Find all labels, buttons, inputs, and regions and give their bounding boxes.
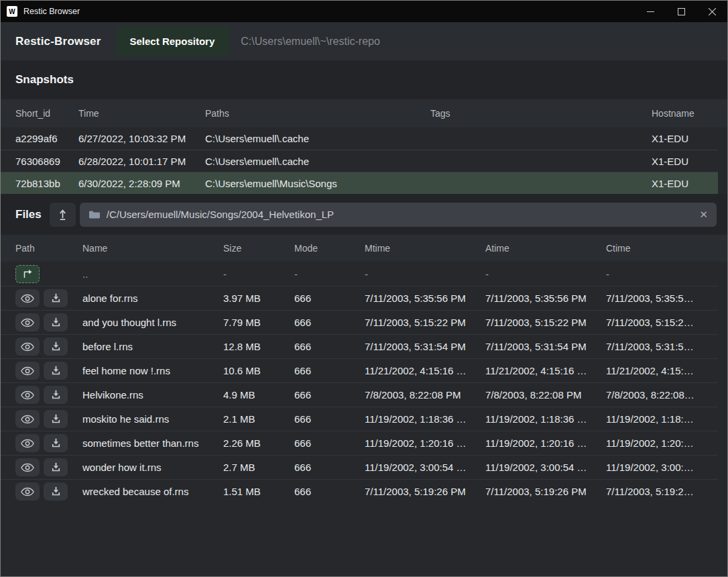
go-parent-directory-button[interactable] — [15, 265, 40, 283]
up-arrow-from-bar-icon — [58, 209, 67, 220]
maximize-icon — [678, 8, 685, 15]
file-name: sometimes better than.rns — [82, 437, 223, 449]
maximize-button[interactable] — [666, 1, 696, 22]
eye-icon — [21, 342, 34, 352]
preview-file-button[interactable] — [15, 313, 40, 331]
preview-file-button[interactable] — [15, 482, 40, 501]
file-mtime: 7/11/2003, 5:19:26 PM — [365, 486, 485, 497]
download-file-button[interactable] — [44, 410, 68, 428]
snapshot-paths: C:\Users\emuell\Music\Songs — [205, 178, 430, 189]
download-file-button[interactable] — [44, 337, 68, 356]
file-row[interactable]: feel home now !.rns10.6 MB66611/21/2002,… — [1, 358, 718, 382]
eye-icon — [21, 439, 34, 448]
file-atime: 11/21/2002, 4:15:16 … — [485, 365, 606, 376]
titlebar: W Restic Browser — [1, 1, 727, 22]
file-ctime: 11/19/2002, 1:20:16 … — [606, 437, 703, 449]
file-row[interactable]: wrecked because of.rns1.51 MB6667/11/200… — [1, 479, 718, 503]
file-mtime: 7/11/2003, 5:31:54 PM — [365, 341, 485, 352]
corner-up-right-arrow-icon — [21, 269, 34, 278]
file-mtime: 7/8/2003, 8:22:08 PM — [365, 389, 485, 401]
file-row[interactable]: sometimes better than.rns2.26 MB66611/19… — [1, 431, 718, 455]
file-name: alone for.rns — [82, 293, 223, 304]
file-row-actions — [15, 289, 82, 307]
download-file-button[interactable] — [44, 362, 68, 380]
file-mode: 666 — [294, 462, 365, 473]
file-size: 2.7 MB — [223, 462, 294, 473]
file-mode: 666 — [294, 437, 365, 449]
file-row[interactable]: wonder how it.rns2.7 MB66611/19/2002, 3:… — [1, 455, 718, 479]
preview-file-button[interactable] — [15, 458, 40, 476]
eye-icon — [21, 463, 34, 472]
snapshot-short-id: a2299af6 — [15, 133, 78, 144]
eye-icon — [21, 487, 34, 496]
close-button[interactable] — [696, 1, 727, 22]
file-path-value: /C/Users/emuell/Music/Songs/2004_Helveti… — [107, 209, 694, 220]
file-path-input[interactable]: /C/Users/emuell/Music/Songs/2004_Helveti… — [80, 203, 717, 227]
clear-path-icon[interactable]: ✕ — [699, 209, 708, 221]
file-row[interactable]: Helvikone.rns4.9 MB6667/8/2003, 8:22:08 … — [1, 382, 718, 407]
parent-directory-row[interactable]: ..----- — [1, 262, 718, 286]
window-title: Restic Browser — [23, 7, 80, 16]
app-icon-letter: W — [9, 8, 15, 15]
snapshot-time: 6/30/2022, 2:28:09 PM — [78, 178, 205, 189]
download-icon — [51, 366, 61, 376]
file-name: feel home now !.rns — [82, 365, 223, 376]
preview-file-button[interactable] — [15, 434, 40, 452]
column-size: Size — [223, 243, 294, 254]
file-row[interactable]: before l.rns12.8 MB6667/11/2003, 5:31:54… — [1, 334, 718, 358]
preview-file-button[interactable] — [15, 362, 40, 380]
snapshots-section-header: Snapshots — [1, 60, 727, 99]
select-repository-button[interactable]: Select Repository — [115, 27, 230, 56]
download-icon — [51, 317, 61, 327]
file-ctime: 7/11/2003, 5:31:54 PM — [606, 341, 703, 352]
file-mtime: - — [365, 268, 485, 280]
eye-icon — [21, 318, 34, 327]
download-file-button[interactable] — [44, 458, 68, 476]
download-file-button[interactable] — [44, 313, 68, 331]
column-atime: Atime — [485, 243, 606, 254]
file-mode: 666 — [294, 293, 365, 304]
file-name: .. — [82, 268, 223, 280]
file-mode: - — [294, 268, 365, 280]
file-row[interactable]: and you thought l.rns7.79 MB6667/11/2003… — [1, 310, 718, 334]
file-row[interactable]: alone for.rns3.97 MB6667/11/2003, 5:35:5… — [1, 286, 718, 310]
file-name: before l.rns — [82, 341, 223, 352]
snapshot-time: 6/27/2022, 10:03:32 PM — [78, 133, 205, 144]
column-path: Path — [15, 243, 82, 254]
file-row-actions — [15, 434, 82, 452]
download-icon — [51, 390, 61, 400]
repository-path: C:\Users\emuell\~\restic-repo — [241, 36, 380, 48]
preview-file-button[interactable] — [15, 410, 40, 428]
files-title: Files — [15, 208, 42, 221]
download-file-button[interactable] — [44, 434, 68, 452]
preview-file-button[interactable] — [15, 337, 40, 356]
download-file-button[interactable] — [44, 482, 68, 501]
file-size: 3.97 MB — [223, 293, 294, 304]
app-header: Restic-Browser Select Repository C:\User… — [1, 22, 727, 60]
snapshot-row[interactable]: a2299af66/27/2022, 10:03:32 PMC:\Users\e… — [1, 127, 718, 150]
snapshot-row[interactable]: 72b813bb6/30/2022, 2:28:09 PMC:\Users\em… — [1, 172, 718, 194]
file-mode: 666 — [294, 365, 365, 376]
download-file-button[interactable] — [44, 289, 68, 307]
column-name: Name — [82, 243, 223, 254]
snapshots-table-body: a2299af66/27/2022, 10:03:32 PMC:\Users\e… — [1, 127, 727, 194]
snapshots-title: Snapshots — [15, 73, 74, 87]
file-mode: 666 — [294, 413, 365, 425]
file-atime: - — [485, 268, 606, 280]
file-name: moskito he said.rns — [82, 413, 223, 425]
file-size: 2.1 MB — [223, 413, 294, 425]
go-up-button[interactable] — [50, 203, 76, 227]
preview-file-button[interactable] — [15, 386, 40, 404]
snapshot-row[interactable]: 763068696/28/2022, 10:01:17 PMC:\Users\e… — [1, 150, 718, 172]
file-name: wonder how it.rns — [82, 462, 223, 473]
preview-file-button[interactable] — [15, 289, 40, 307]
download-file-button[interactable] — [44, 386, 68, 404]
file-row[interactable]: moskito he said.rns2.1 MB66611/19/2002, … — [1, 407, 718, 431]
file-mode: 666 — [294, 341, 365, 352]
minimize-button[interactable] — [635, 1, 666, 22]
snapshot-hostname: X1-EDU — [652, 133, 703, 144]
column-paths: Paths — [205, 108, 430, 119]
download-icon — [51, 462, 61, 472]
file-name: wrecked because of.rns — [82, 486, 223, 497]
file-name: and you thought l.rns — [82, 317, 223, 328]
